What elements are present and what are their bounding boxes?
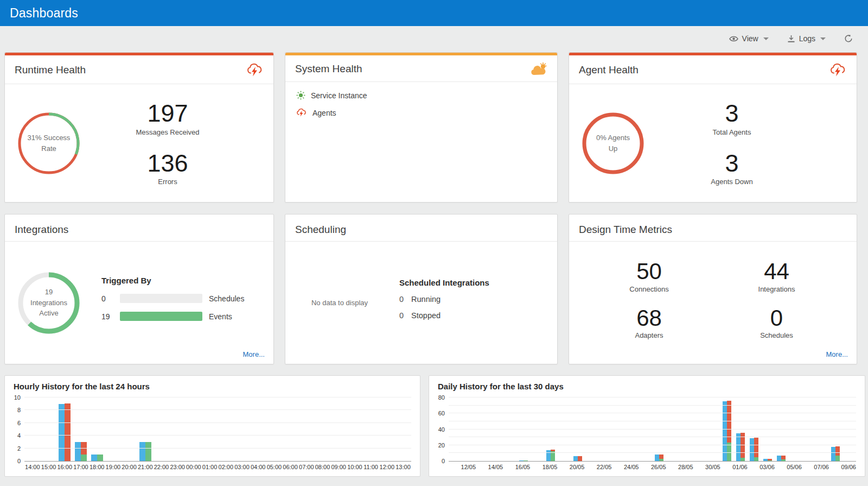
bar-group (395, 397, 411, 461)
bar-group (802, 397, 815, 461)
running-row: 0 Running (399, 295, 489, 304)
x-axis-tick: 08:00 (315, 464, 331, 470)
partly-sunny-icon (530, 62, 547, 76)
view-button[interactable]: View (729, 34, 769, 43)
integrations-active-label: 19 Integrations Active (17, 271, 81, 335)
x-axis-tick: 11:00 (363, 464, 379, 470)
bar-group (557, 397, 571, 461)
system-health-title: System Health (295, 63, 362, 75)
bar-group (829, 397, 843, 461)
received-bar (519, 460, 524, 461)
bar-group (41, 397, 57, 461)
bar-group (24, 397, 41, 461)
bar-group (105, 397, 122, 461)
chevron-down-icon (820, 37, 826, 40)
received-bar (91, 455, 97, 461)
x-axis-tick: 15:00 (41, 464, 57, 470)
x-axis-tick (693, 464, 706, 470)
daily-plot-area: 020406080 (449, 397, 856, 462)
received-bar (750, 438, 754, 461)
chevron-down-icon (763, 37, 769, 40)
bar-group (503, 397, 516, 461)
x-axis-tick: 18/05 (542, 464, 558, 470)
integrations-active-ring: 19 Integrations Active (17, 271, 81, 335)
x-axis-tick (639, 464, 651, 470)
refresh-button[interactable] (844, 34, 853, 43)
bar-group (154, 397, 170, 461)
agents-label: Agents (312, 109, 336, 117)
x-axis-tick (449, 464, 461, 470)
integrations-metric: 44 Integrations (713, 260, 840, 293)
storm-cloud-icon (246, 62, 264, 78)
refresh-icon (844, 34, 853, 43)
y-axis-tick: 60 (438, 410, 445, 416)
triggered-by-heading: Triggered By (101, 276, 244, 285)
storm-cloud-icon (829, 62, 847, 78)
y-axis-tick: 80 (438, 394, 445, 401)
hourly-x-axis: 14:0015:0016:0017:0018:0019:0020:0021:00… (24, 464, 411, 470)
gridline (449, 397, 856, 397)
connections-metric: 50 Connections (585, 260, 713, 293)
bar-group (544, 397, 557, 461)
outcome-bar (65, 403, 71, 461)
runtime-health-title: Runtime Health (15, 64, 86, 76)
outcome-bar (835, 446, 840, 461)
logs-label: Logs (799, 34, 815, 43)
x-axis-tick (476, 464, 488, 470)
x-axis-tick: 28/05 (678, 464, 693, 470)
total-agents-metric: 3 Total Agents (675, 100, 789, 136)
x-axis-tick: 12:00 (379, 464, 395, 470)
bar-group (680, 397, 693, 461)
bar-group (218, 397, 234, 461)
bar-group (379, 397, 395, 461)
bar-group (282, 397, 298, 461)
system-health-card: System Health Service (285, 52, 558, 203)
no-data-text: No data to display (285, 299, 394, 307)
toolbar: View Logs (0, 26, 868, 51)
received-bar (139, 442, 145, 461)
bar-group (347, 397, 363, 461)
succeeded-segment (768, 460, 772, 461)
service-instance-row: Service Instance (296, 91, 367, 100)
y-axis-tick: 2 (17, 445, 21, 452)
outcome-bar (768, 459, 772, 461)
x-axis-tick: 22/05 (597, 464, 612, 470)
bar-group (652, 397, 666, 461)
bar-group (598, 397, 611, 461)
x-axis-tick: 07:00 (298, 464, 315, 470)
x-axis-tick: 03/06 (760, 464, 775, 470)
design-time-metrics-card: Design Time Metrics 50 Connections 44 In… (569, 214, 857, 364)
bar-group (137, 397, 154, 461)
bar-group (462, 397, 476, 461)
bar-group (250, 397, 266, 461)
daily-x-axis: 12/0514/0516/0518/0520/0522/0524/0526/05… (449, 464, 856, 470)
schedules-bar (120, 294, 202, 303)
integrations-more-link[interactable]: More... (243, 350, 265, 358)
y-axis-tick: 0 (17, 458, 21, 464)
design-time-more-link[interactable]: More... (826, 350, 848, 358)
received-bar (763, 459, 768, 461)
hourly-plot-area: 0246810 (24, 397, 411, 462)
errors-segment (659, 455, 663, 458)
bar-group (748, 397, 761, 461)
logs-button[interactable]: Logs (787, 34, 826, 43)
schedules-trigger-label: Schedules (209, 294, 244, 303)
x-axis-tick (720, 464, 733, 470)
gridline (24, 448, 411, 449)
x-axis-tick: 05:00 (266, 464, 283, 470)
stopped-row: 0 Stopped (399, 311, 489, 320)
x-axis-tick: 06:00 (282, 464, 298, 470)
x-axis-tick: 02:00 (218, 464, 234, 470)
bar-group (516, 397, 530, 461)
bar-group (56, 397, 73, 461)
agents-row: Agents (296, 108, 367, 118)
y-axis-tick: 8 (17, 407, 21, 413)
succeeded-segment (754, 457, 758, 461)
x-axis-tick: 05/06 (787, 464, 802, 470)
scheduling-card: Scheduling No data to display Scheduled … (285, 214, 558, 364)
received-bar (59, 404, 65, 461)
agents-up-ring: 0% Agents Up (581, 111, 645, 175)
x-axis-tick (530, 464, 542, 470)
x-axis-tick: 12/05 (461, 464, 476, 470)
bar-group (266, 397, 283, 461)
